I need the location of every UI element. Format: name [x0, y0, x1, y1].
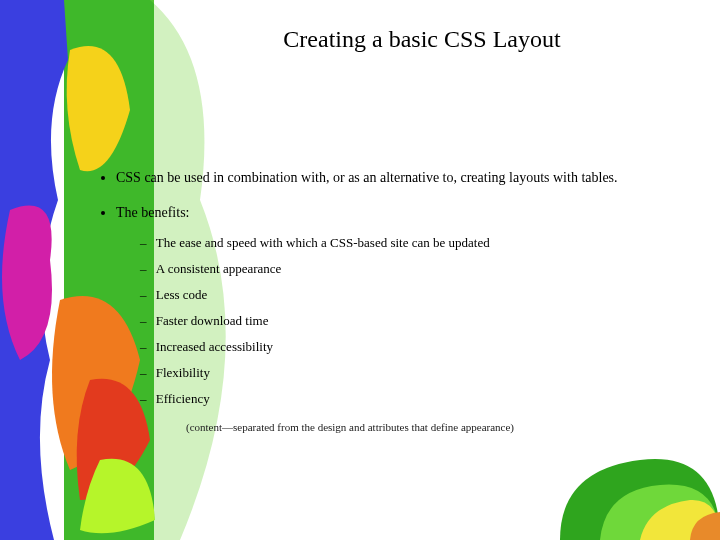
bullet-item: The benefits: The ease and speed with wh… [116, 198, 684, 438]
sub-bullet-item: Faster download time [156, 308, 684, 334]
bullet-text: The benefits: [116, 205, 189, 220]
sub-bullet-item: The ease and speed with which a CSS-base… [156, 230, 684, 256]
sub-bullet-list: The ease and speed with which a CSS-base… [116, 230, 684, 412]
sub-bullet-item: Efficiency [156, 386, 684, 412]
bullet-item: CSS can be used in combination with, or … [116, 163, 684, 192]
sub-bullet-item: Less code [156, 282, 684, 308]
sub-bullet-item: Increased accessibility [156, 334, 684, 360]
footnote-text: (content—separated from the design and a… [116, 416, 684, 439]
slide-content: Creating a basic CSS Layout CSS can be u… [0, 0, 720, 540]
sub-bullet-item: Flexibility [156, 360, 684, 386]
bullet-list: CSS can be used in combination with, or … [100, 163, 684, 439]
slide-title: Creating a basic CSS Layout [160, 26, 684, 53]
bullet-text: CSS can be used in combination with, or … [116, 170, 618, 185]
sub-bullet-item: A consistent appearance [156, 256, 684, 282]
